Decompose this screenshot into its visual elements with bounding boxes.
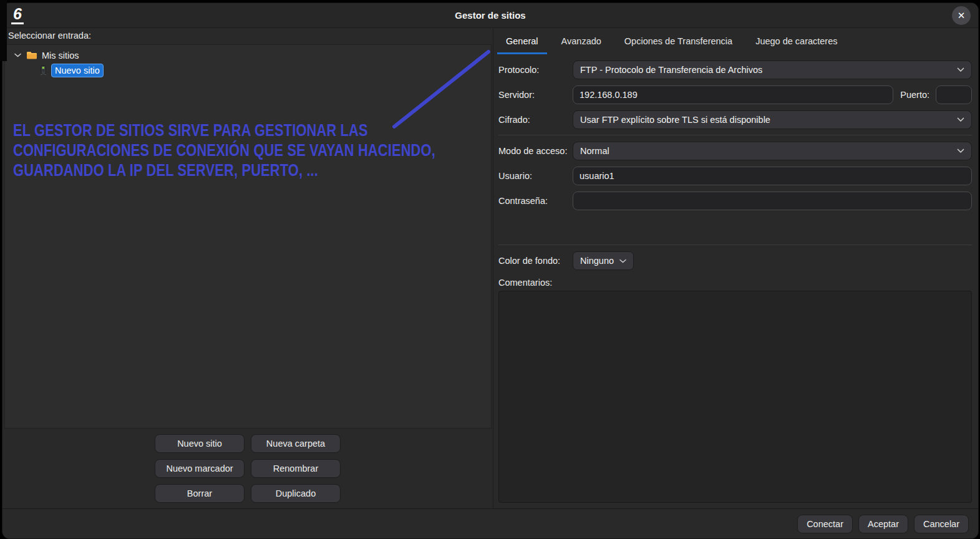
background-corner-artifact: [0, 0, 7, 61]
comments-label: Comentarios:: [498, 278, 972, 288]
logon-type-select[interactable]: Normal: [573, 142, 972, 160]
close-button[interactable]: ✕: [952, 6, 971, 25]
background-color-row: Color de fondo: Ninguno: [498, 251, 972, 270]
step-number-badge: 6: [11, 6, 24, 24]
tree-item-new-site[interactable]: Nuevo sitio: [5, 63, 491, 77]
comments-textarea[interactable]: [498, 291, 972, 503]
chevron-down-icon: [957, 117, 964, 122]
protocol-row: Protocolo: FTP - Protocolo de Transferen…: [498, 61, 972, 79]
encryption-row: Cifrado: Usar FTP explícito sobre TLS si…: [498, 110, 972, 129]
encryption-label: Cifrado:: [498, 115, 573, 125]
password-input[interactable]: [573, 192, 972, 210]
site-tree-panel[interactable]: Mis sitios Nuevo sitio: [4, 44, 492, 429]
logon-type-label: Modo de acceso:: [498, 146, 573, 156]
tree-item-my-sites[interactable]: Mis sitios: [5, 48, 491, 62]
site-actions: Nuevo sitio Nueva carpeta Nuevo marcador…: [2, 429, 493, 508]
user-input[interactable]: [573, 167, 972, 185]
duplicate-button[interactable]: Duplicado: [251, 484, 341, 503]
cancel-button[interactable]: Cancelar: [914, 515, 969, 533]
protocol-label: Protocolo:: [498, 65, 573, 75]
background-color-select[interactable]: Ninguno: [573, 251, 634, 270]
site-manager-dialog: 6 Gestor de sitios ✕ Seleccionar entrada…: [2, 2, 979, 539]
encryption-value: Usar FTP explícito sobre TLS si está dis…: [580, 115, 770, 125]
tab-charset[interactable]: Juego de caracteres: [747, 28, 846, 54]
protocol-value: FTP - Protocolo de Transferencia de Arch…: [580, 65, 762, 75]
user-label: Usuario:: [498, 171, 573, 181]
chevron-down-icon: [619, 259, 626, 263]
settings-tabs: General Avanzado Opciones de Transferenc…: [493, 28, 978, 54]
window-title: Gestor de sitios: [2, 10, 978, 21]
tree-item-label: Mis sitios: [42, 51, 79, 61]
new-folder-button[interactable]: Nueva carpeta: [251, 434, 341, 453]
chevron-down-icon[interactable]: [13, 53, 22, 57]
server-input[interactable]: [573, 85, 893, 104]
background-color-label: Color de fondo:: [498, 256, 573, 266]
dialog-footer: Conectar Aceptar Cancelar: [2, 508, 978, 538]
chevron-down-icon: [957, 148, 964, 153]
general-tab-form: Protocolo: FTP - Protocolo de Transferen…: [493, 54, 978, 508]
connect-button[interactable]: Conectar: [797, 515, 853, 533]
selected-site-label[interactable]: Nuevo sitio: [51, 64, 104, 77]
port-input[interactable]: [936, 85, 972, 104]
logon-type-value: Normal: [580, 146, 609, 156]
server-label: Servidor:: [498, 90, 573, 100]
tab-advanced[interactable]: Avanzado: [553, 28, 610, 54]
new-bookmark-button[interactable]: Nuevo marcador: [155, 459, 245, 478]
tab-general[interactable]: General: [497, 28, 547, 54]
protocol-select[interactable]: FTP - Protocolo de Transferencia de Arch…: [573, 61, 972, 79]
folder-icon: [26, 51, 37, 60]
close-icon: ✕: [958, 10, 966, 21]
password-label: Contraseña:: [498, 196, 573, 206]
user-row: Usuario:: [498, 167, 972, 185]
delete-button[interactable]: Borrar: [155, 484, 245, 503]
server-icon: [40, 66, 47, 75]
logon-type-row: Modo de acceso: Normal: [498, 142, 972, 160]
new-site-button[interactable]: Nuevo sitio: [155, 434, 245, 453]
site-settings-section: General Avanzado Opciones de Transferenc…: [493, 28, 978, 508]
port-label: Puerto:: [900, 90, 929, 100]
encryption-select[interactable]: Usar FTP explícito sobre TLS si está dis…: [573, 110, 972, 129]
background-color-value: Ninguno: [580, 256, 614, 266]
select-entry-label: Seleccionar entrada:: [2, 28, 493, 44]
form-spacer: [498, 210, 972, 239]
site-tree-section: Seleccionar entrada: Mis sitios: [2, 28, 493, 508]
section-divider: [498, 245, 972, 245]
tab-transfer-options[interactable]: Opciones de Transferencia: [616, 28, 741, 54]
rename-button[interactable]: Renombrar: [251, 459, 341, 478]
server-row: Servidor: Puerto:: [498, 85, 972, 104]
section-divider: [498, 135, 972, 135]
title-bar: 6 Gestor de sitios ✕: [2, 3, 978, 28]
dialog-body: Seleccionar entrada: Mis sitios: [2, 28, 978, 508]
chevron-down-icon: [957, 67, 964, 72]
password-row: Contraseña:: [498, 192, 972, 210]
ok-button[interactable]: Aceptar: [858, 515, 908, 533]
